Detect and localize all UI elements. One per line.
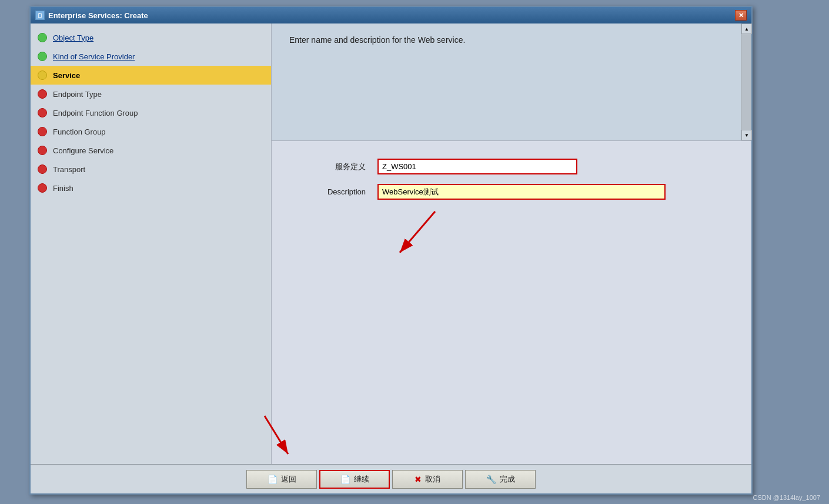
step-label-finish: Finish: [53, 184, 73, 193]
step-icon-endpoint-function-group: [38, 108, 47, 117]
scroll-track: [741, 34, 751, 130]
step-icon-transport: [38, 164, 47, 174]
scroll-up-button[interactable]: ▲: [741, 23, 752, 34]
step-icon-kind-of-service: [38, 52, 47, 61]
step-icon-endpoint-type: [38, 89, 47, 99]
finish-label: 完成: [500, 474, 515, 485]
step-label-service: Service: [53, 71, 80, 80]
service-name-input[interactable]: [377, 159, 577, 174]
content-description-area: Enter name and description for the Web s…: [272, 23, 751, 141]
step-icon-configure-service: [38, 146, 47, 155]
step-endpoint-type: Endpoint Type: [31, 85, 271, 103]
watermark: CSDN @1314lay_1007: [753, 494, 820, 501]
step-icon-function-group: [38, 127, 47, 136]
step-label-object-type[interactable]: Object Type: [53, 33, 93, 42]
form-area: 服务定义 Description: [272, 141, 751, 464]
step-icon-service: [38, 70, 47, 80]
step-label-endpoint-type: Endpoint Type: [53, 90, 102, 99]
step-service: Service: [31, 66, 271, 85]
service-name-row: 服务定义: [295, 159, 728, 174]
step-icon-finish: [38, 183, 47, 193]
cancel-button[interactable]: ✖ 取消: [392, 470, 463, 489]
step-label-transport: Transport: [53, 165, 85, 174]
window-title: Enterprise Services: Create: [48, 11, 148, 20]
arrow-continue: [218, 410, 335, 481]
svg-line-3: [265, 416, 288, 454]
continue-label: 继续: [354, 474, 369, 485]
cancel-label: 取消: [425, 474, 440, 485]
step-label-endpoint-function-group: Endpoint Function Group: [53, 109, 138, 117]
page-description: Enter name and description for the Web s…: [289, 35, 734, 45]
step-label-configure-service: Configure Service: [53, 146, 113, 155]
steps-panel: Object Type Kind of Service Provider Ser…: [31, 23, 272, 464]
finish-icon: 🔧: [486, 475, 496, 484]
content-panel: Enter name and description for the Web s…: [272, 23, 751, 464]
finish-button[interactable]: 🔧 完成: [465, 470, 536, 489]
step-label-kind-of-service[interactable]: Kind of Service Provider: [53, 52, 135, 61]
description-input[interactable]: [377, 184, 666, 200]
step-finish: Finish: [31, 179, 271, 197]
window-icon: 🗒: [35, 11, 45, 20]
step-transport: Transport: [31, 160, 271, 179]
close-button[interactable]: ✕: [735, 10, 747, 21]
step-endpoint-function-group: Endpoint Function Group: [31, 103, 271, 122]
step-object-type[interactable]: Object Type: [31, 28, 271, 47]
cancel-icon: ✖: [414, 475, 422, 484]
step-function-group: Function Group: [31, 122, 271, 141]
description-row: Description: [295, 184, 728, 200]
title-bar-left: 🗒 Enterprise Services: Create: [35, 11, 148, 20]
toolbar: 📄 返回 📄 继续 ✖ 取消 🔧 完成: [31, 464, 751, 493]
scroll-down-button[interactable]: ▼: [741, 130, 752, 140]
step-icon-object-type: [38, 33, 47, 42]
description-label: Description: [295, 187, 366, 196]
svg-line-1: [400, 211, 435, 253]
arrow-service: [365, 206, 482, 276]
step-kind-of-service[interactable]: Kind of Service Provider: [31, 47, 271, 66]
step-label-function-group: Function Group: [53, 127, 106, 136]
continue-icon: 📄: [340, 475, 350, 484]
service-label: 服务定义: [295, 162, 366, 172]
title-bar: 🗒 Enterprise Services: Create ✕: [31, 7, 751, 23]
scrollbar[interactable]: ▲ ▼: [741, 23, 751, 140]
step-configure-service: Configure Service: [31, 141, 271, 160]
